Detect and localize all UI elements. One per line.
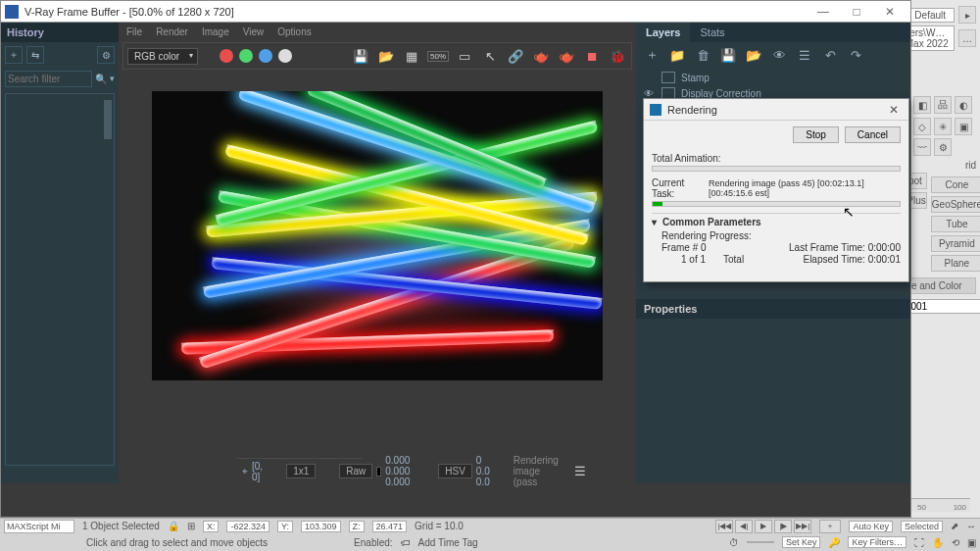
- render-icon[interactable]: 🫖: [531, 46, 551, 66]
- z-value[interactable]: 26.471: [372, 521, 408, 532]
- key-icon[interactable]: 🔑: [828, 537, 840, 548]
- geosphere-button[interactable]: GeoSphere: [931, 196, 980, 213]
- green-channel-toggle[interactable]: [239, 49, 253, 63]
- mono-channel-toggle[interactable]: [278, 49, 292, 63]
- add-layer-icon[interactable]: ＋: [642, 46, 662, 64]
- cancel-button[interactable]: Cancel: [845, 126, 901, 143]
- close-button[interactable]: ✕: [873, 2, 906, 22]
- history-add-icon[interactable]: ＋: [5, 46, 23, 64]
- layer-stamp[interactable]: Stamp: [640, 70, 906, 85]
- play-icon[interactable]: ▶: [755, 520, 772, 533]
- undo-icon[interactable]: ↶: [820, 46, 840, 64]
- current-frame-input[interactable]: [747, 541, 774, 543]
- section-chevron-icon[interactable]: ▾: [652, 217, 657, 227]
- dialog-close-button[interactable]: ✕: [885, 103, 903, 117]
- red-channel-toggle[interactable]: [220, 49, 233, 63]
- list-icon[interactable]: ☰: [795, 46, 814, 64]
- resolution-badge[interactable]: 50%: [427, 51, 449, 62]
- region-render-icon[interactable]: ▭: [455, 46, 474, 66]
- pan-icon[interactable]: ✋: [932, 537, 944, 548]
- menu-options[interactable]: Options: [277, 26, 311, 37]
- spacewarps-icon[interactable]: 〰: [913, 138, 931, 156]
- history-ab-icon[interactable]: ⇆: [26, 46, 44, 64]
- maximize-button[interactable]: □: [840, 2, 873, 22]
- shapes-icon[interactable]: ◇: [913, 118, 931, 135]
- stop-button[interactable]: Stop: [793, 126, 839, 143]
- raw-label[interactable]: Raw: [339, 464, 372, 478]
- layer-visibility-icon[interactable]: 👁: [644, 88, 656, 99]
- pyramid-button[interactable]: Pyramid: [931, 235, 980, 252]
- plane-button[interactable]: Plane: [931, 255, 980, 272]
- snap-icon[interactable]: ⊞: [187, 521, 195, 531]
- stop-render-icon[interactable]: ⏹: [582, 46, 602, 66]
- search-icon[interactable]: 🔍: [92, 70, 110, 87]
- maxscript-listener[interactable]: MAXScript Mi: [4, 520, 74, 533]
- setkey-button[interactable]: Set Key: [782, 536, 821, 548]
- history-list[interactable]: [5, 93, 115, 466]
- channel-dropdown[interactable]: RGB color: [127, 48, 198, 65]
- tab-layers[interactable]: Layers: [636, 23, 690, 42]
- common-params-header[interactable]: Common Parameters: [662, 217, 761, 227]
- goto-start-icon[interactable]: |◀◀: [715, 520, 733, 533]
- y-value[interactable]: 103.309: [301, 521, 341, 532]
- menu-render[interactable]: Render: [156, 26, 188, 37]
- properties-header[interactable]: Properties: [636, 299, 910, 319]
- render-viewport[interactable]: [119, 72, 636, 483]
- folder-icon[interactable]: 📁: [667, 46, 687, 64]
- lights-icon[interactable]: ✳: [934, 118, 952, 135]
- save-preset-icon[interactable]: 💾: [718, 46, 738, 64]
- tube-button[interactable]: Tube: [931, 216, 980, 232]
- add-icon[interactable]: ＋: [819, 520, 841, 533]
- pick-icon[interactable]: ↖: [480, 46, 500, 66]
- lock-icon[interactable]: 🔒: [168, 521, 179, 531]
- preset-dropdown[interactable]: Default: [909, 8, 955, 23]
- clear-icon[interactable]: ▦: [402, 46, 421, 66]
- zoom-dropdown[interactable]: 1x1: [286, 464, 316, 478]
- redo-icon[interactable]: ↷: [846, 46, 865, 64]
- orbit-icon[interactable]: ⟲: [952, 537, 959, 548]
- search-chevron-icon[interactable]: ▾: [110, 74, 115, 83]
- dialog-titlebar[interactable]: Rendering ✕: [644, 99, 908, 121]
- hsv-label[interactable]: HSV: [438, 464, 472, 478]
- motion-tab-icon[interactable]: ◐: [955, 96, 972, 114]
- key-filters-button[interactable]: Key Filters…: [848, 536, 906, 548]
- viewport-nav-icon-2[interactable]: ↔: [966, 521, 976, 531]
- add-time-tag[interactable]: Add Time Tag: [418, 537, 478, 548]
- key-mode-dropdown[interactable]: Selected: [901, 521, 943, 532]
- systems-icon[interactable]: ⚙: [934, 138, 952, 156]
- next-frame-icon[interactable]: |▶: [774, 520, 792, 533]
- link-icon[interactable]: 🔗: [506, 46, 525, 66]
- save-icon[interactable]: 💾: [351, 46, 370, 66]
- cameras-icon[interactable]: ▣: [955, 118, 972, 135]
- zoom-extents-icon[interactable]: ⛶: [914, 537, 924, 548]
- history-scrollbar-thumb[interactable]: [104, 100, 112, 139]
- time-tag-icon[interactable]: 🏷: [401, 537, 411, 548]
- prev-frame-icon[interactable]: ◀|: [735, 520, 753, 533]
- preset-more-icon[interactable]: ▸: [958, 6, 976, 24]
- x-value[interactable]: -622.324: [226, 521, 270, 532]
- tab-stats[interactable]: Stats: [690, 23, 734, 42]
- history-search-input[interactable]: [5, 71, 92, 87]
- minimize-button[interactable]: —: [807, 2, 840, 22]
- load-preset-icon[interactable]: 📂: [744, 46, 763, 64]
- path-browse-icon[interactable]: …: [958, 29, 976, 47]
- load-icon[interactable]: 📂: [376, 46, 396, 66]
- viewport-nav-icon[interactable]: ⬈: [951, 521, 958, 531]
- cone-button[interactable]: Cone: [931, 176, 980, 193]
- log-icon[interactable]: ☰: [574, 462, 586, 481]
- blue-channel-toggle[interactable]: [259, 49, 272, 63]
- delete-layer-icon[interactable]: 🗑: [693, 46, 712, 64]
- maximize-viewport-icon[interactable]: ▣: [967, 537, 976, 548]
- autokey-button[interactable]: Auto Key: [849, 521, 893, 532]
- menu-file[interactable]: File: [126, 26, 142, 37]
- debug-icon[interactable]: 🐞: [608, 46, 627, 66]
- time-config-icon[interactable]: ⏱: [729, 537, 739, 548]
- menu-image[interactable]: Image: [202, 26, 229, 37]
- vfb-titlebar[interactable]: V-Ray Frame Buffer - [50.0% of 1280 x 72…: [1, 1, 910, 23]
- history-settings-icon[interactable]: ⚙: [97, 46, 115, 64]
- menu-view[interactable]: View: [243, 26, 265, 37]
- goto-end-icon[interactable]: ▶▶|: [794, 520, 811, 533]
- hierarchy-tab-icon[interactable]: 品: [934, 96, 952, 114]
- toggle-layers-icon[interactable]: 👁: [769, 46, 789, 64]
- modify-tab-icon[interactable]: ◧: [913, 96, 931, 114]
